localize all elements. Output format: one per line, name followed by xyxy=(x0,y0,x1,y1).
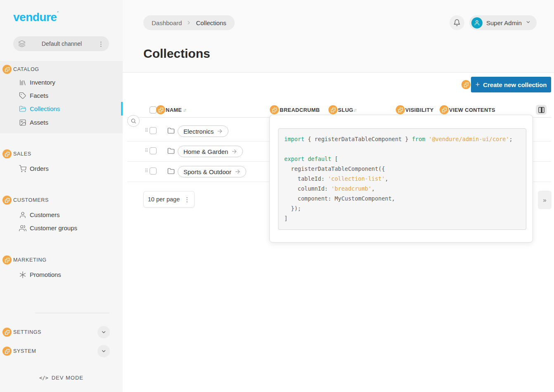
search-icon xyxy=(131,118,136,124)
header-divider xyxy=(123,72,554,73)
plugin-badge-icon xyxy=(396,105,405,114)
collection-link[interactable]: Home & Garden xyxy=(178,146,243,157)
sidebar-item-assets[interactable]: Assets xyxy=(0,116,123,129)
layers-icon xyxy=(18,40,26,47)
sidebar-section-marketing: MARKETING xyxy=(0,254,123,266)
cart-icon xyxy=(19,165,26,172)
sidebar-item-collections[interactable]: Collections xyxy=(0,102,123,116)
create-button-label: Create new collection xyxy=(483,81,547,88)
arrow-right-icon xyxy=(217,128,223,134)
row-checkbox[interactable] xyxy=(150,168,157,175)
sidebar-item-inventory[interactable]: Inventory xyxy=(0,76,123,89)
code-tag-icon: </> xyxy=(39,375,48,381)
column-settings-button[interactable] xyxy=(536,105,547,115)
page-title: Collections xyxy=(143,47,210,61)
sidebar-divider xyxy=(35,313,109,313)
plugin-badge-icon xyxy=(156,105,165,114)
collection-name: Sports & Outdoor xyxy=(183,168,231,175)
sidebar-item-label: Customers xyxy=(30,211,60,218)
chevron-down-icon xyxy=(525,19,531,26)
column-header-breadcrumb[interactable]: BREADCRUMB xyxy=(280,107,320,113)
sidebar-item-customers[interactable]: Customers xyxy=(0,208,123,222)
section-header-marketing: MARKETING xyxy=(0,254,123,266)
sidebar-item-promotions[interactable]: Promotions xyxy=(0,268,123,281)
column-header-slug[interactable]: SLUG xyxy=(338,107,353,113)
channel-menu-button[interactable]: ⋮ xyxy=(98,41,104,47)
plugin-badge-icon xyxy=(2,149,12,158)
sidebar-section-system[interactable]: SYSTEM xyxy=(0,345,123,357)
column-header-visibility[interactable]: VISIBILITY xyxy=(405,107,434,113)
section-label: MARKETING xyxy=(13,257,47,263)
users-icon xyxy=(19,224,26,232)
drag-handle[interactable]: ⠿ xyxy=(145,168,148,174)
sidebar: vendure Default channel ⋮ CATALOG Invent… xyxy=(0,0,123,392)
per-page-label: 10 per page xyxy=(148,196,180,203)
row-checkbox[interactable] xyxy=(150,147,157,154)
plugin-badge-icon xyxy=(2,65,12,74)
column-header-view-contents[interactable]: VIEW CONTENTS xyxy=(449,107,495,113)
sort-icon[interactable]: ↓↑ xyxy=(353,107,356,112)
sidebar-item-label: Orders xyxy=(30,165,49,172)
plugin-badge-icon xyxy=(2,328,12,337)
dev-mode-popup: import { registerDataTableComponent } fr… xyxy=(269,115,533,243)
section-header-catalog: CATALOG xyxy=(0,63,123,76)
double-chevron-icon: » xyxy=(543,196,546,203)
user-menu[interactable]: Super Admin xyxy=(469,15,537,30)
arrow-right-icon xyxy=(235,169,240,175)
expand-settings-button[interactable] xyxy=(97,326,110,338)
user-icon xyxy=(19,211,26,219)
select-all-checkbox[interactable] xyxy=(150,106,157,113)
column-header-name[interactable]: NAME xyxy=(166,107,182,113)
sidebar-section-sales: SALES xyxy=(0,148,123,160)
drag-handle[interactable]: ⠿ xyxy=(145,128,148,133)
section-label: SETTINGS xyxy=(13,329,41,335)
sidebar-item-label: Customer groups xyxy=(30,224,77,231)
arrow-right-icon xyxy=(231,149,237,154)
folder-icon xyxy=(167,147,175,155)
sidebar-item-label: Facets xyxy=(30,92,48,99)
columns-icon xyxy=(538,107,544,113)
breadcrumb-dashboard-link[interactable]: Dashboard xyxy=(152,19,182,26)
create-new-collection-button[interactable]: + Create new collection xyxy=(471,77,551,92)
section-label: CUSTOMERS xyxy=(13,197,49,203)
collection-link[interactable]: Sports & Outdoor xyxy=(178,166,246,177)
plugin-badge-icon xyxy=(440,105,449,114)
sidebar-item-label: Assets xyxy=(30,119,48,126)
expand-panel-button[interactable]: » xyxy=(538,191,552,209)
sort-icon[interactable]: ↓↑ xyxy=(183,107,186,112)
notifications-button[interactable] xyxy=(449,15,464,30)
expand-system-button[interactable] xyxy=(97,345,110,357)
plugin-badge-icon xyxy=(2,196,12,205)
chevron-right-icon xyxy=(186,20,192,26)
vendure-logo: vendure xyxy=(13,11,59,24)
dev-mode-toggle[interactable]: </> DEV MODE xyxy=(0,375,123,381)
folder-icon xyxy=(167,168,175,175)
dev-mode-label: DEV MODE xyxy=(52,375,83,381)
section-header-customers: CUSTOMERS xyxy=(0,194,123,206)
plugin-badge-icon xyxy=(2,255,12,264)
section-label: CATALOG xyxy=(13,66,39,72)
sidebar-section-customers: CUSTOMERS xyxy=(0,194,123,206)
bell-icon xyxy=(453,19,461,26)
collection-link[interactable]: Electronics xyxy=(178,125,228,137)
sidebar-item-facets[interactable]: Facets xyxy=(0,89,123,102)
sidebar-item-customer-groups[interactable]: Customer groups xyxy=(0,221,123,235)
chevron-down-icon xyxy=(101,348,107,354)
section-label: SALES xyxy=(13,151,31,157)
plugin-badge-icon xyxy=(461,80,471,89)
kebab-menu-icon: ⋮ xyxy=(184,196,190,203)
row-checkbox[interactable] xyxy=(150,127,157,134)
sidebar-section-settings[interactable]: SETTINGS xyxy=(0,326,123,338)
plugin-badge-icon xyxy=(328,105,338,114)
main-content: Dashboard Collections Super Admin Collec… xyxy=(123,0,554,392)
plus-icon: + xyxy=(476,80,480,89)
drag-handle[interactable]: ⠿ xyxy=(145,148,148,153)
plugin-badge-icon xyxy=(2,347,12,356)
items-per-page-selector[interactable]: 10 per page ⋮ xyxy=(143,191,195,208)
sidebar-item-label: Collections xyxy=(30,105,60,112)
avatar xyxy=(471,17,483,28)
channel-selector[interactable]: Default channel ⋮ xyxy=(13,36,109,51)
search-toggle[interactable] xyxy=(127,115,140,127)
tag-icon xyxy=(19,92,26,99)
sidebar-item-orders[interactable]: Orders xyxy=(0,162,123,175)
